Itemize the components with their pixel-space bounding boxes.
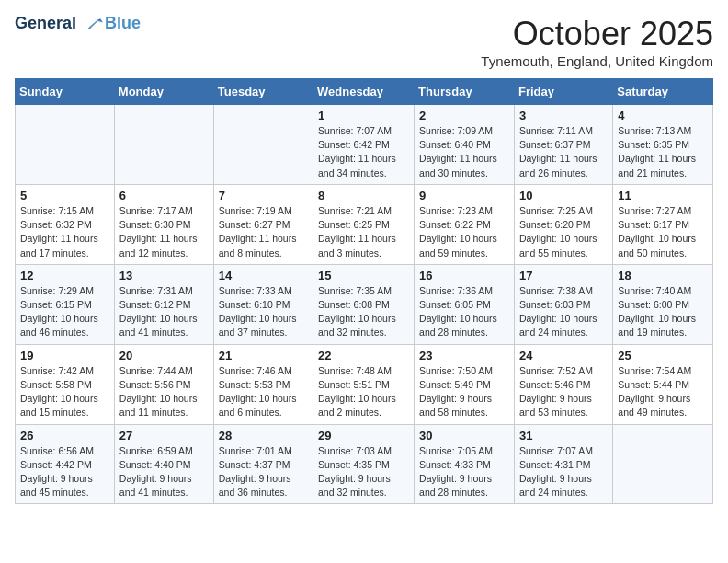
calendar-cell: 26Sunrise: 6:56 AM Sunset: 4:42 PM Dayli… (16, 424, 115, 504)
day-info: Sunrise: 7:35 AM Sunset: 6:08 PM Dayligh… (318, 284, 409, 340)
day-info: Sunrise: 7:48 AM Sunset: 5:51 PM Dayligh… (318, 364, 409, 420)
calendar-cell: 19Sunrise: 7:42 AM Sunset: 5:58 PM Dayli… (16, 344, 115, 424)
calendar-week-row: 5Sunrise: 7:15 AM Sunset: 6:32 PM Daylig… (16, 184, 713, 264)
calendar-cell: 25Sunrise: 7:54 AM Sunset: 5:44 PM Dayli… (613, 344, 713, 424)
day-info: Sunrise: 7:27 AM Sunset: 6:17 PM Dayligh… (618, 204, 708, 260)
calendar-cell: 20Sunrise: 7:44 AM Sunset: 5:56 PM Dayli… (114, 344, 213, 424)
day-info: Sunrise: 7:07 AM Sunset: 4:31 PM Dayligh… (519, 444, 608, 500)
day-info: Sunrise: 7:21 AM Sunset: 6:25 PM Dayligh… (318, 204, 409, 260)
day-number: 9 (419, 189, 509, 202)
calendar-cell (16, 105, 115, 185)
calendar-cell: 5Sunrise: 7:15 AM Sunset: 6:32 PM Daylig… (16, 184, 115, 264)
calendar-cell: 29Sunrise: 7:03 AM Sunset: 4:35 PM Dayli… (313, 424, 415, 504)
calendar-cell: 24Sunrise: 7:52 AM Sunset: 5:46 PM Dayli… (514, 344, 612, 424)
day-info: Sunrise: 7:54 AM Sunset: 5:44 PM Dayligh… (618, 364, 708, 420)
calendar-cell: 30Sunrise: 7:05 AM Sunset: 4:33 PM Dayli… (415, 424, 515, 504)
day-number: 24 (519, 349, 608, 362)
day-number: 30 (419, 429, 509, 442)
calendar-table: SundayMondayTuesdayWednesdayThursdayFrid… (15, 78, 713, 504)
day-info: Sunrise: 6:59 AM Sunset: 4:40 PM Dayligh… (119, 444, 209, 500)
page-header: General Blue October 2025 Tynemouth, Eng… (15, 15, 713, 69)
calendar-cell: 2Sunrise: 7:09 AM Sunset: 6:40 PM Daylig… (415, 105, 515, 185)
logo-line2: Blue (105, 14, 141, 32)
day-info: Sunrise: 7:52 AM Sunset: 5:46 PM Dayligh… (519, 364, 608, 420)
calendar-cell: 17Sunrise: 7:38 AM Sunset: 6:03 PM Dayli… (514, 264, 612, 344)
calendar-week-row: 19Sunrise: 7:42 AM Sunset: 5:58 PM Dayli… (16, 344, 713, 424)
day-info: Sunrise: 7:29 AM Sunset: 6:15 PM Dayligh… (20, 284, 109, 340)
calendar-cell: 21Sunrise: 7:46 AM Sunset: 5:53 PM Dayli… (213, 344, 313, 424)
calendar-cell: 22Sunrise: 7:48 AM Sunset: 5:51 PM Dayli… (313, 344, 415, 424)
col-header-sunday: Sunday (16, 79, 115, 105)
day-number: 5 (20, 189, 109, 202)
location-subtitle: Tynemouth, England, United Kingdom (481, 53, 713, 69)
calendar-cell: 9Sunrise: 7:23 AM Sunset: 6:22 PM Daylig… (415, 184, 515, 264)
day-number: 28 (219, 429, 308, 442)
day-number: 23 (419, 349, 509, 362)
day-number: 19 (20, 349, 109, 362)
day-info: Sunrise: 7:11 AM Sunset: 6:37 PM Dayligh… (519, 124, 608, 180)
calendar-cell: 8Sunrise: 7:21 AM Sunset: 6:25 PM Daylig… (313, 184, 415, 264)
day-info: Sunrise: 7:03 AM Sunset: 4:35 PM Dayligh… (318, 444, 409, 500)
col-header-thursday: Thursday (415, 79, 515, 105)
calendar-cell: 3Sunrise: 7:11 AM Sunset: 6:37 PM Daylig… (514, 105, 612, 185)
day-info: Sunrise: 7:05 AM Sunset: 4:33 PM Dayligh… (419, 444, 509, 500)
day-info: Sunrise: 7:17 AM Sunset: 6:30 PM Dayligh… (119, 204, 209, 260)
day-info: Sunrise: 7:25 AM Sunset: 6:20 PM Dayligh… (519, 204, 608, 260)
day-number: 12 (20, 269, 109, 282)
day-number: 27 (119, 429, 209, 442)
logo-line1: General (15, 14, 76, 32)
day-number: 21 (219, 349, 308, 362)
calendar-week-row: 1Sunrise: 7:07 AM Sunset: 6:42 PM Daylig… (16, 105, 713, 185)
day-number: 14 (219, 269, 308, 282)
day-number: 1 (318, 109, 409, 122)
calendar-cell: 15Sunrise: 7:35 AM Sunset: 6:08 PM Dayli… (313, 264, 415, 344)
col-header-saturday: Saturday (613, 79, 713, 105)
day-info: Sunrise: 7:42 AM Sunset: 5:58 PM Dayligh… (20, 364, 109, 420)
day-info: Sunrise: 7:19 AM Sunset: 6:27 PM Dayligh… (219, 204, 308, 260)
day-info: Sunrise: 7:23 AM Sunset: 6:22 PM Dayligh… (419, 204, 509, 260)
day-info: Sunrise: 7:13 AM Sunset: 6:35 PM Dayligh… (618, 124, 708, 180)
col-header-tuesday: Tuesday (213, 79, 313, 105)
col-header-wednesday: Wednesday (313, 79, 415, 105)
calendar-cell: 7Sunrise: 7:19 AM Sunset: 6:27 PM Daylig… (213, 184, 313, 264)
logo-bird-icon (83, 16, 103, 32)
calendar-cell: 10Sunrise: 7:25 AM Sunset: 6:20 PM Dayli… (514, 184, 612, 264)
calendar-cell: 18Sunrise: 7:40 AM Sunset: 6:00 PM Dayli… (613, 264, 713, 344)
calendar-cell (114, 105, 213, 185)
day-info: Sunrise: 7:15 AM Sunset: 6:32 PM Dayligh… (20, 204, 109, 260)
day-info: Sunrise: 7:40 AM Sunset: 6:00 PM Dayligh… (618, 284, 708, 340)
day-info: Sunrise: 7:44 AM Sunset: 5:56 PM Dayligh… (119, 364, 209, 420)
calendar-cell: 16Sunrise: 7:36 AM Sunset: 6:05 PM Dayli… (415, 264, 515, 344)
title-block: October 2025 Tynemouth, England, United … (481, 15, 713, 69)
calendar-cell: 31Sunrise: 7:07 AM Sunset: 4:31 PM Dayli… (514, 424, 612, 504)
day-number: 17 (519, 269, 608, 282)
calendar-cell: 4Sunrise: 7:13 AM Sunset: 6:35 PM Daylig… (613, 105, 713, 185)
day-number: 26 (20, 429, 109, 442)
day-info: Sunrise: 7:36 AM Sunset: 6:05 PM Dayligh… (419, 284, 509, 340)
day-number: 22 (318, 349, 409, 362)
day-number: 31 (519, 429, 608, 442)
day-number: 20 (119, 349, 209, 362)
calendar-cell: 13Sunrise: 7:31 AM Sunset: 6:12 PM Dayli… (114, 264, 213, 344)
day-info: Sunrise: 7:09 AM Sunset: 6:40 PM Dayligh… (419, 124, 509, 180)
calendar-cell: 6Sunrise: 7:17 AM Sunset: 6:30 PM Daylig… (114, 184, 213, 264)
calendar-cell: 28Sunrise: 7:01 AM Sunset: 4:37 PM Dayli… (213, 424, 313, 504)
day-number: 6 (119, 189, 209, 202)
day-info: Sunrise: 7:50 AM Sunset: 5:49 PM Dayligh… (419, 364, 509, 420)
day-number: 16 (419, 269, 509, 282)
calendar-cell: 14Sunrise: 7:33 AM Sunset: 6:10 PM Dayli… (213, 264, 313, 344)
day-number: 10 (519, 189, 608, 202)
day-number: 7 (219, 189, 308, 202)
calendar-header-row: SundayMondayTuesdayWednesdayThursdayFrid… (16, 79, 713, 105)
day-number: 8 (318, 189, 409, 202)
day-number: 29 (318, 429, 409, 442)
day-info: Sunrise: 7:01 AM Sunset: 4:37 PM Dayligh… (219, 444, 308, 500)
day-info: Sunrise: 7:33 AM Sunset: 6:10 PM Dayligh… (219, 284, 308, 340)
calendar-cell: 1Sunrise: 7:07 AM Sunset: 6:42 PM Daylig… (313, 105, 415, 185)
day-number: 15 (318, 269, 409, 282)
calendar-cell: 12Sunrise: 7:29 AM Sunset: 6:15 PM Dayli… (16, 264, 115, 344)
day-info: Sunrise: 7:46 AM Sunset: 5:53 PM Dayligh… (219, 364, 308, 420)
logo: General Blue (15, 15, 141, 33)
day-number: 13 (119, 269, 209, 282)
day-number: 18 (618, 269, 708, 282)
